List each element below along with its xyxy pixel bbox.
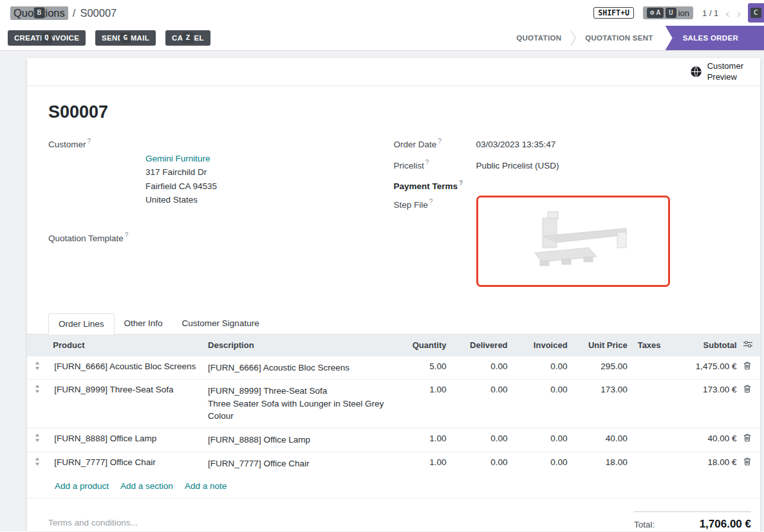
col-invoiced[interactable]: Invoiced [513, 335, 573, 356]
col-subtotal[interactable]: Subtotal [669, 335, 741, 356]
order-line-unit-price[interactable]: 18.00 [573, 452, 633, 475]
order-line-invoiced[interactable]: 0.00 [513, 428, 573, 452]
statusbar: QUOTATIONQUOTATION SENTSALES ORDER [507, 26, 764, 50]
customer-address: 317 Fairchild Dr Fairfield CA 94535 Unit… [145, 165, 217, 207]
order-line-description[interactable]: [FURN_6666] Acoustic Bloc Screens [203, 356, 393, 380]
customer-value[interactable]: Gemini Furniture 317 Fairchild Dr Fairfi… [145, 138, 217, 221]
form-fields: Customer? Gemini Furniture 317 Fairchild… [48, 138, 739, 294]
pricelist-field-row: Pricelist? Public Pricelist (USD) [394, 159, 740, 173]
col-unit-price[interactable]: Unit Price [573, 335, 633, 356]
terms-placeholder[interactable]: Terms and conditions... [48, 518, 138, 527]
globe-icon [690, 66, 702, 78]
order-line-quantity[interactable]: 5.00 [393, 356, 451, 380]
order-line-product[interactable]: [FURN_8999] Three-Seat Sofa [48, 380, 203, 428]
breadcrumb-bar: Quotations B / S00007 SHIFT+U ⚙A U ion 1… [0, 0, 764, 26]
order-line-row[interactable]: [FURN_8999] Three-Seat Sofa [FURN_8999] … [27, 380, 760, 428]
col-delivered[interactable]: Delivered [451, 335, 512, 356]
table-header-row: Product Description Quantity Delivered I… [27, 335, 760, 356]
tab-order-lines[interactable]: Order Lines [48, 313, 115, 335]
payment-terms-field-row: Payment Terms? [394, 179, 740, 191]
control-bar: CREATE INVOICE Q SEND EMAIL G CANCEL Z Q… [0, 26, 764, 51]
order-line-delivered[interactable]: 0.00 [451, 356, 512, 380]
pager-previous-icon[interactable]: ‹ [725, 7, 729, 19]
order-date-value[interactable]: 03/03/2023 13:35:47 [476, 138, 556, 152]
order-line-product[interactable]: [FURN_7777] Office Chair [48, 452, 203, 475]
order-line-subtotal: 1,475.00 € [669, 356, 741, 380]
create-invoice-button[interactable]: CREATE INVOICE Q [8, 30, 86, 46]
delete-row-icon[interactable] [743, 457, 751, 468]
optional-columns-icon[interactable] [743, 340, 752, 350]
order-line-invoiced[interactable]: 0.00 [513, 380, 573, 428]
order-line-quantity[interactable]: 1.00 [393, 428, 451, 452]
order-line-delivered[interactable]: 0.00 [451, 452, 512, 475]
pricelist-label: Pricelist? [394, 159, 476, 173]
order-line-row[interactable]: [FURN_8888] Office Lamp [FURN_8888] Offi… [27, 428, 760, 452]
customer-preview-label: Customer Preview [707, 61, 743, 82]
drag-handle-icon[interactable] [35, 457, 40, 468]
pager-count: 1 / 1 [702, 8, 718, 18]
order-line-unit-price[interactable]: 295.00 [573, 356, 633, 380]
drag-handle-icon[interactable] [35, 362, 40, 372]
add-product-link[interactable]: Add a product [55, 481, 109, 491]
action-menu-label: ion [678, 8, 689, 18]
customer-preview-button[interactable]: Customer Preview [690, 61, 743, 82]
order-line-description[interactable]: [FURN_7777] Office Chair [203, 452, 393, 475]
tab-customer-signature[interactable]: Customer Signature [172, 313, 269, 334]
order-line-subtotal: 40.00 € [669, 428, 741, 452]
order-line-taxes[interactable] [633, 428, 669, 452]
status-step-sales-order[interactable]: SALES ORDER [666, 26, 764, 50]
cancel-button[interactable]: CANCEL Z [165, 30, 210, 46]
breadcrumb-quotations[interactable]: Quotations B [10, 6, 68, 20]
order-line-description[interactable]: [FURN_8888] Office Lamp [203, 428, 393, 452]
order-line-row[interactable]: [FURN_7777] Office Chair [FURN_7777] Off… [27, 452, 760, 475]
col-taxes[interactable]: Taxes [633, 335, 669, 356]
shortcut-hint-u: U [666, 8, 676, 19]
page-title: S00007 [48, 102, 739, 122]
tab-other-info[interactable]: Other Info [115, 313, 172, 334]
shortcut-hint-b: B [34, 8, 45, 19]
send-email-button[interactable]: SEND EMAIL G [95, 30, 156, 46]
order-line-quantity[interactable]: 1.00 [393, 452, 451, 475]
add-section-link[interactable]: Add a section [120, 481, 173, 491]
content-area: Customer Preview S00007 Customer? Gemini… [0, 51, 764, 531]
customer-name-link[interactable]: Gemini Furniture [145, 154, 210, 163]
action-menu[interactable]: ⚙A U ion [643, 6, 693, 20]
form-left-column: Customer? Gemini Furniture 317 Fairchild… [48, 138, 394, 294]
order-lines-body: [FURN_6666] Acoustic Bloc Screens [FURN_… [27, 356, 760, 475]
drag-handle-icon[interactable] [35, 434, 40, 444]
breadcrumb: Quotations B / S00007 [10, 6, 116, 20]
order-line-description[interactable]: [FURN_8999] Three-Seat Sofa Three Seater… [203, 380, 393, 428]
order-line-product[interactable]: [FURN_6666] Acoustic Bloc Screens [48, 356, 203, 380]
add-note-link[interactable]: Add a note [185, 481, 227, 491]
quotation-template-label: Quotation Template? [48, 232, 145, 243]
order-line-product[interactable]: [FURN_8888] Office Lamp [48, 428, 203, 452]
breadcrumb-current: S00007 [80, 7, 116, 19]
customer-field-row: Customer? Gemini Furniture 317 Fairchild… [48, 138, 394, 221]
order-line-delivered[interactable]: 0.00 [451, 428, 512, 452]
order-line-delivered[interactable]: 0.00 [451, 380, 512, 428]
step-file-label: Step File? [394, 198, 476, 287]
col-description[interactable]: Description [203, 335, 393, 356]
status-step-quotation-sent[interactable]: QUOTATION SENT [576, 34, 662, 42]
order-line-invoiced[interactable]: 0.00 [513, 452, 573, 475]
order-line-taxes[interactable] [633, 356, 669, 380]
order-line-invoiced[interactable]: 0.00 [513, 356, 573, 380]
order-line-unit-price[interactable]: 40.00 [573, 428, 633, 452]
delete-row-icon[interactable] [743, 434, 751, 444]
delete-row-icon[interactable] [743, 385, 751, 395]
col-product[interactable]: Product [48, 335, 203, 356]
order-line-quantity[interactable]: 1.00 [393, 380, 451, 428]
col-quantity[interactable]: Quantity [393, 335, 451, 356]
order-line-taxes[interactable] [633, 452, 669, 475]
pager-next-icon[interactable]: › [737, 7, 741, 19]
step-file-image[interactable] [476, 196, 670, 287]
create-button-partial[interactable]: C [748, 3, 764, 23]
delete-row-icon[interactable] [743, 362, 751, 372]
pricelist-value[interactable]: Public Pricelist (USD) [476, 159, 559, 173]
status-step-quotation[interactable]: QUOTATION [507, 34, 570, 42]
order-line-taxes[interactable] [633, 380, 669, 428]
order-line-unit-price[interactable]: 173.00 [573, 380, 633, 428]
gear-icon: ⚙ [650, 8, 655, 18]
order-line-row[interactable]: [FURN_6666] Acoustic Bloc Screens [FURN_… [27, 356, 760, 380]
drag-handle-icon[interactable] [35, 385, 40, 395]
